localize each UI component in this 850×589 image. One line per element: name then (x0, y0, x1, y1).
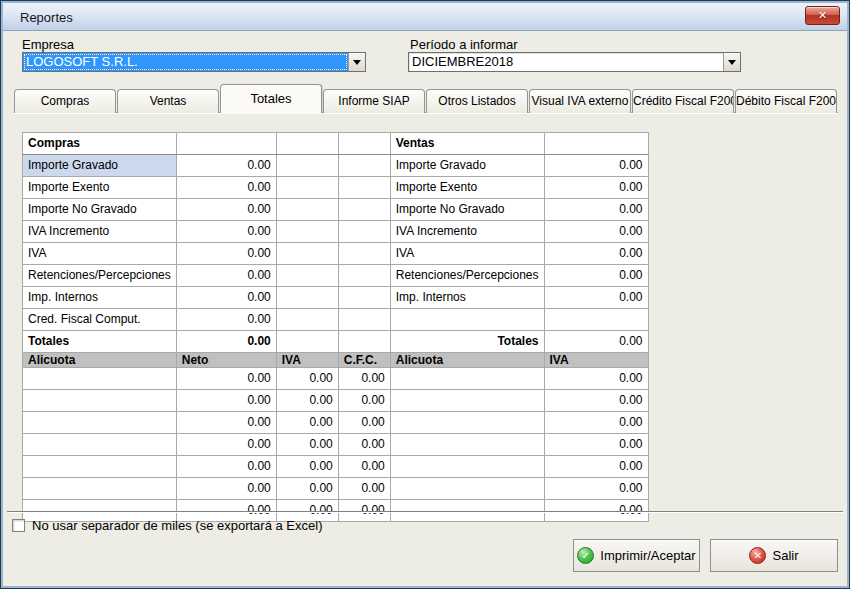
grid-cell[interactable]: 0.00 (338, 390, 390, 412)
tab-visual-iva-externo[interactable]: Visual IVA externo (529, 89, 631, 113)
grid-cell[interactable]: 0.00 (276, 478, 338, 500)
grid-cell[interactable]: 0.00 (544, 243, 648, 265)
grid-cell[interactable] (390, 390, 544, 412)
grid-cell[interactable] (276, 221, 338, 243)
grid-cell[interactable] (23, 478, 177, 500)
grid-cell[interactable] (338, 243, 390, 265)
grid-cell[interactable]: 0.00 (544, 177, 648, 199)
grid-cell[interactable] (390, 434, 544, 456)
grid-cell[interactable]: 0.00 (544, 368, 648, 390)
grid-cell[interactable] (23, 434, 177, 456)
grid-cell[interactable]: 0.00 (176, 243, 276, 265)
row-label[interactable]: Importe No Gravado (390, 199, 544, 221)
grid-cell[interactable] (338, 177, 390, 199)
ventas-totales-value[interactable]: 0.00 (544, 331, 648, 353)
grid-cell[interactable]: 0.00 (338, 434, 390, 456)
grid-cell[interactable]: 0.00 (544, 434, 648, 456)
tab-informe-siap[interactable]: Informe SIAP (323, 89, 425, 113)
empresa-dropdown-button[interactable] (348, 53, 365, 71)
grid-cell[interactable]: 0.00 (176, 177, 276, 199)
row-label[interactable]: Imp. Internos (390, 287, 544, 309)
grid-cell[interactable]: 0.00 (176, 309, 276, 331)
grid-cell[interactable]: 0.00 (176, 412, 276, 434)
close-button[interactable]: ✕ (805, 6, 840, 25)
grid-cell[interactable] (276, 287, 338, 309)
grid-cell[interactable] (276, 177, 338, 199)
row-label[interactable]: IVA Incremento (23, 221, 177, 243)
grid-cell[interactable] (338, 265, 390, 287)
grid-cell[interactable] (390, 368, 544, 390)
title-bar[interactable]: Reportes ✕ (3, 3, 847, 31)
grid-cell[interactable]: 0.00 (176, 265, 276, 287)
row-label[interactable]: Importe Gravado (23, 155, 177, 177)
grid-cell[interactable] (276, 331, 338, 353)
grid-cell[interactable]: 0.00 (544, 265, 648, 287)
grid-cell[interactable]: 0.00 (544, 221, 648, 243)
tab-credito-fiscal-f2002[interactable]: Crédito Fiscal F2002 (632, 89, 734, 113)
grid-cell[interactable] (23, 368, 177, 390)
row-label[interactable]: IVA (23, 243, 177, 265)
grid-cell[interactable] (276, 243, 338, 265)
grid-cell[interactable] (338, 309, 390, 331)
empresa-selected-value[interactable]: LOGOSOFT S.R.L. (23, 53, 348, 71)
row-label[interactable]: Retenciones/Percepciones (23, 265, 177, 287)
row-label[interactable]: IVA Incremento (390, 221, 544, 243)
grid-cell[interactable] (390, 478, 544, 500)
grid-cell[interactable]: 0.00 (176, 456, 276, 478)
row-label[interactable]: Imp. Internos (23, 287, 177, 309)
print-accept-button[interactable]: ✓ Imprimir/Aceptar (573, 539, 700, 572)
grid-cell[interactable]: 0.00 (338, 368, 390, 390)
grid-cell[interactable]: 0.00 (176, 390, 276, 412)
row-label[interactable]: Importe No Gravado (23, 199, 177, 221)
tab-totales[interactable]: Totales (220, 84, 322, 113)
grid-cell[interactable] (23, 412, 177, 434)
grid-cell[interactable] (338, 155, 390, 177)
grid-cell[interactable] (276, 155, 338, 177)
grid-cell[interactable] (23, 390, 177, 412)
grid-cell[interactable] (276, 309, 338, 331)
grid-cell[interactable]: 0.00 (176, 368, 276, 390)
grid-cell[interactable] (390, 456, 544, 478)
row-label[interactable]: Importe Exento (23, 177, 177, 199)
grid-cell[interactable] (338, 287, 390, 309)
grid-cell[interactable] (338, 221, 390, 243)
grid-cell[interactable]: 0.00 (276, 390, 338, 412)
exit-button[interactable]: ✕ Salir (710, 539, 838, 572)
grid-cell[interactable]: 0.00 (544, 155, 648, 177)
periodo-dropdown-button[interactable] (723, 53, 740, 71)
grid-cell[interactable]: 0.00 (338, 412, 390, 434)
compras-totales-value[interactable]: 0.00 (176, 331, 276, 353)
grid-cell[interactable] (544, 309, 648, 331)
tab-debito-fiscal-f2002[interactable]: Débito Fiscal F2002 (735, 89, 837, 113)
tab-compras[interactable]: Compras (14, 89, 116, 113)
grid-cell[interactable]: 0.00 (176, 287, 276, 309)
grid-cell[interactable] (276, 265, 338, 287)
grid-cell[interactable]: 0.00 (544, 199, 648, 221)
periodo-selected-value[interactable]: DICIEMBRE2018 (409, 53, 723, 71)
grid-cell[interactable]: 0.00 (276, 434, 338, 456)
grid-cell[interactable]: 0.00 (544, 390, 648, 412)
grid-cell[interactable] (23, 456, 177, 478)
no-separator-checkbox[interactable] (12, 519, 25, 532)
grid-cell[interactable]: 0.00 (276, 412, 338, 434)
tab-otros-listados[interactable]: Otros Listados (426, 89, 528, 113)
grid-cell[interactable]: 0.00 (176, 199, 276, 221)
row-label[interactable]: Importe Exento (390, 177, 544, 199)
row-label[interactable]: IVA (390, 243, 544, 265)
grid-cell[interactable]: 0.00 (276, 368, 338, 390)
no-separator-checkbox-label[interactable]: No usar separador de miles (se exportará… (32, 518, 322, 533)
grid-cell[interactable] (338, 331, 390, 353)
grid-cell[interactable]: 0.00 (338, 456, 390, 478)
grid-cell[interactable]: 0.00 (276, 456, 338, 478)
grid-cell[interactable] (276, 199, 338, 221)
grid-cell[interactable]: 0.00 (176, 478, 276, 500)
row-label[interactable]: Retenciones/Percepciones (390, 265, 544, 287)
grid-cell[interactable]: 0.00 (544, 456, 648, 478)
tab-ventas[interactable]: Ventas (117, 89, 219, 113)
grid-cell[interactable]: 0.00 (544, 412, 648, 434)
grid-cell[interactable]: 0.00 (176, 221, 276, 243)
grid-cell[interactable]: 0.00 (338, 478, 390, 500)
row-label[interactable]: Cred. Fiscal Comput. (23, 309, 177, 331)
grid-cell[interactable] (390, 412, 544, 434)
row-label[interactable]: Importe Gravado (390, 155, 544, 177)
